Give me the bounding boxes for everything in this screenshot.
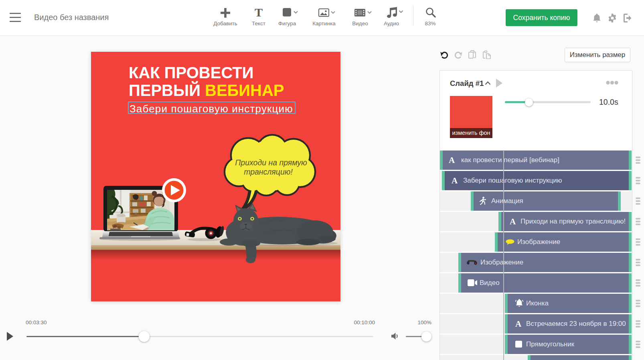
svg-text:трансляцию!: трансляцию! — [244, 167, 293, 176]
svg-text:Приходи на прямую: Приходи на прямую — [235, 158, 307, 167]
